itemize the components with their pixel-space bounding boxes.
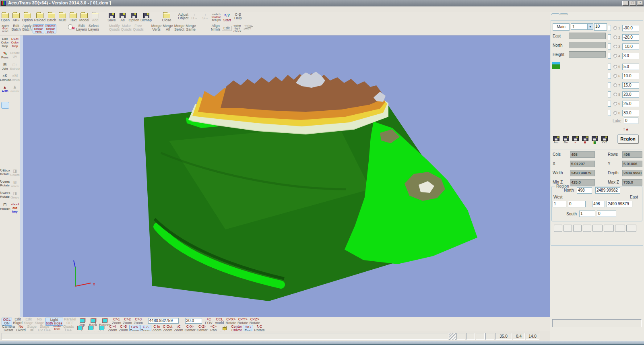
region-east-val-input[interactable]: 2490.99879 [607, 201, 632, 207]
tab[interactable] [560, 13, 568, 15]
grid-icon[interactable] [590, 81, 598, 87]
region-edge-button[interactable] [604, 225, 614, 232]
view-button[interactable]: EditBkgrd [12, 318, 23, 325]
sidebar-tool[interactable]: EditColorMap [0, 37, 10, 48]
grid-icon[interactable] [583, 62, 590, 69]
radio-button[interactable] [613, 93, 617, 96]
layer-number-button[interactable] [1, 112, 9, 119]
grid-icon[interactable] [560, 62, 568, 69]
sidebar-tool[interactable]: ○KExtrude [0, 74, 10, 82]
region-north-val-input[interactable]: 2489.99982 [595, 187, 620, 194]
grid-icon[interactable] [575, 118, 583, 124]
toolbar-button[interactable]: EditLayers [76, 24, 87, 31]
tab[interactable] [551, 13, 559, 15]
grid-icon[interactable] [590, 62, 598, 69]
region-edge-button[interactable] [592, 225, 603, 232]
value-input[interactable]: 30.0 [622, 110, 639, 116]
layer-number-button[interactable] [1, 132, 9, 139]
grid-icon[interactable] [560, 81, 568, 87]
sidebar-tool[interactable]: ↻wiresRotate [0, 191, 10, 199]
layer-number-button[interactable] [11, 112, 19, 119]
toolbar-button[interactable]: ModifyQuads [109, 24, 120, 31]
camera-button[interactable]: +CFOV [204, 318, 214, 325]
minimize-button[interactable]: _ [622, 1, 629, 6]
sidebar-tool[interactable]: ⊡Hidden [0, 202, 10, 213]
toolbar-button[interactable]: ↑H→ [189, 13, 200, 20]
toolbar-button[interactable]: Batch [46, 13, 57, 22]
grid-icon[interactable] [575, 99, 583, 106]
value-input[interactable]: 25.0 [622, 101, 639, 107]
grid-icon[interactable] [583, 99, 590, 106]
layer-number-button[interactable] [1, 102, 9, 109]
grid-icon[interactable] [575, 90, 583, 97]
grid-icon[interactable] [552, 81, 560, 87]
toolbar-button[interactable]: Text [68, 13, 78, 22]
region-edge-button[interactable] [615, 225, 625, 232]
grid-icon[interactable] [568, 127, 575, 134]
save-button[interactable]: ▦ [591, 136, 599, 144]
grid-icon[interactable] [568, 99, 575, 106]
grid-icon[interactable] [560, 127, 568, 134]
region-south-val-input[interactable]: 0 [597, 211, 616, 217]
region-north-row-input[interactable]: 498 [577, 187, 592, 194]
grid-icon[interactable] [583, 90, 590, 97]
grid-icon[interactable] [568, 108, 575, 115]
grid-icon[interactable] [590, 118, 598, 124]
region-east-col-input[interactable]: 498 [592, 201, 605, 207]
layer-number-button[interactable] [11, 132, 19, 139]
region-edge-button[interactable] [583, 225, 591, 232]
toolbar-button[interactable]: AKF [11, 13, 21, 22]
sidebar-tool[interactable]: ○MExtrude [10, 74, 20, 82]
layer-number-button[interactable] [1, 122, 9, 129]
sidebar-tool[interactable]: □↑Extrude [10, 62, 20, 70]
spin-box[interactable] [608, 101, 611, 107]
grid-icon[interactable] [552, 90, 560, 97]
toolbar-button[interactable]: MergeVerts [151, 24, 162, 31]
value-input[interactable]: -30.0 [622, 25, 639, 31]
value-input[interactable]: 10.0 [622, 73, 639, 79]
grid-icon[interactable] [568, 118, 575, 124]
radio-button[interactable] [613, 45, 617, 48]
radio-button[interactable] [613, 102, 617, 105]
toolbar-button[interactable]: switchtoolbarsetups [211, 13, 221, 21]
sidebar-tool[interactable]: ♟avatar [10, 85, 20, 93]
grid-icon[interactable] [590, 127, 598, 134]
layer-number-button[interactable] [11, 102, 19, 109]
camera-button[interactable]: C<Z>Rotate [249, 318, 261, 325]
toolbar-button[interactable]: ApplyBatch [22, 24, 32, 31]
value-input[interactable]: -20.0 [622, 34, 639, 41]
region-west-col-input[interactable]: 1 [553, 201, 566, 207]
document-close-icon[interactable]: × [638, 0, 643, 5]
main-button[interactable]: Main [553, 23, 570, 31]
toolbar-button[interactable]: Model [79, 13, 90, 22]
toolbar-button[interactable]: apply⊙onread [0, 24, 10, 33]
view-button[interactable]: C>3Zoom [133, 318, 144, 325]
radio-button[interactable] [613, 74, 617, 78]
sidebar-tool[interactable]: ⊠wires [10, 180, 20, 188]
toolbar-button[interactable]: MergeSelect [174, 24, 185, 31]
save-button[interactable]: ≈ [572, 136, 579, 144]
save-button[interactable]: XYZ [601, 136, 608, 144]
value-input[interactable]: 15.0 [622, 82, 639, 89]
toolbar-button[interactable]: MergeAll [162, 24, 173, 31]
grid-icon[interactable] [575, 81, 583, 87]
sidebar-tool[interactable]: ↻BboxRotate [0, 169, 10, 177]
toolbar-button[interactable]: removesimilarpolys [45, 24, 56, 33]
region-edge-button[interactable] [564, 225, 572, 232]
grid-icon[interactable] [552, 108, 560, 115]
grid-icon[interactable] [560, 118, 568, 124]
raise-lower-icon[interactable]: ↕▲ [623, 127, 629, 131]
radio-button[interactable] [613, 83, 617, 87]
sidebar-tool[interactable]: ✎Pens [0, 51, 10, 59]
viewport-3d[interactable]: x [23, 35, 550, 317]
layer-combo[interactable]: 1 ▼ [571, 23, 593, 30]
terrain-canvas[interactable]: x [23, 35, 550, 317]
toolbar-button[interactable]: Open [0, 13, 10, 22]
grid-icon[interactable] [552, 118, 560, 124]
spin-box[interactable] [608, 91, 611, 97]
spin-box[interactable] [608, 64, 611, 70]
toolbar-button[interactable] [65, 24, 75, 30]
grid-icon[interactable] [552, 127, 560, 134]
chevron-down-icon[interactable]: ▼ [587, 23, 593, 30]
camera-button[interactable]: C<Y>Rotate [237, 318, 249, 325]
